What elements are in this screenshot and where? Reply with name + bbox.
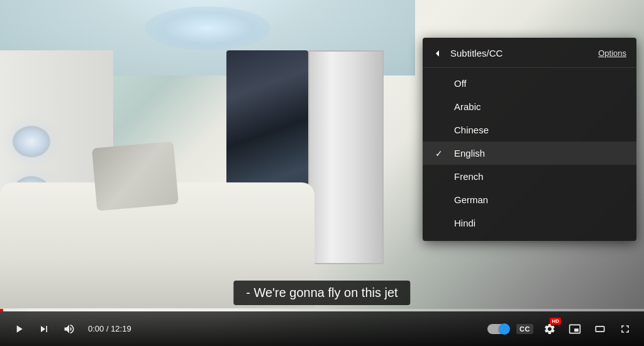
progress-bar-fill bbox=[0, 309, 3, 311]
progress-bar-container[interactable] bbox=[0, 309, 644, 311]
lang-item-german[interactable]: ✓ German bbox=[423, 188, 636, 211]
pillow bbox=[92, 142, 179, 211]
autoplay-toggle[interactable] bbox=[487, 324, 509, 334]
hd-badge: HD bbox=[550, 318, 561, 325]
controls-bar: 0:00 / 12:19 CC HD bbox=[0, 311, 644, 346]
language-list: ✓ Off ✓ Arabic ✓ Chinese ✓ English ✓ Fre… bbox=[423, 72, 636, 235]
lang-label-german: German bbox=[454, 194, 488, 205]
options-link[interactable]: Options bbox=[598, 48, 626, 58]
lang-label-hindi: Hindi bbox=[454, 218, 475, 228]
door-frame bbox=[308, 50, 384, 264]
lang-label-english: English bbox=[454, 148, 485, 159]
lang-item-arabic[interactable]: ✓ Arabic bbox=[423, 95, 636, 118]
ceiling-light bbox=[145, 6, 270, 50]
toggle-thumb bbox=[499, 323, 510, 335]
mute-button[interactable] bbox=[60, 320, 78, 338]
lang-item-english[interactable]: ✓ English bbox=[423, 142, 636, 165]
next-button[interactable] bbox=[35, 320, 53, 338]
lang-item-hindi[interactable]: ✓ Hindi bbox=[423, 211, 636, 235]
play-button[interactable] bbox=[10, 320, 28, 338]
window-1 bbox=[13, 126, 50, 157]
cc-button[interactable]: CC bbox=[516, 324, 533, 334]
lang-item-off[interactable]: ✓ Off bbox=[423, 72, 636, 95]
subtitle-text: - We're gonna fly on this jet bbox=[233, 281, 410, 305]
panel-title: Subtitles/CC bbox=[450, 48, 598, 59]
panel-header: Subtitles/CC Options bbox=[423, 38, 636, 68]
back-button[interactable] bbox=[433, 48, 443, 59]
lang-label-arabic: Arabic bbox=[454, 101, 481, 112]
lang-item-french[interactable]: ✓ French bbox=[423, 165, 636, 188]
check-english: ✓ bbox=[435, 148, 448, 159]
time-display: 0:00 / 12:19 bbox=[88, 324, 131, 333]
miniplayer-button[interactable] bbox=[566, 320, 584, 338]
fullscreen-button[interactable] bbox=[616, 320, 634, 338]
lang-label-french: French bbox=[454, 171, 484, 182]
lang-label-off: Off bbox=[454, 78, 467, 89]
settings-button-wrap[interactable]: HD bbox=[541, 320, 558, 338]
subtitles-panel: Subtitles/CC Options ✓ Off ✓ Arabic ✓ Ch… bbox=[423, 38, 636, 241]
toggle-track bbox=[487, 324, 509, 334]
theater-mode-button[interactable] bbox=[591, 320, 609, 338]
lang-label-chinese: Chinese bbox=[454, 125, 489, 135]
lang-item-chinese[interactable]: ✓ Chinese bbox=[423, 118, 636, 142]
